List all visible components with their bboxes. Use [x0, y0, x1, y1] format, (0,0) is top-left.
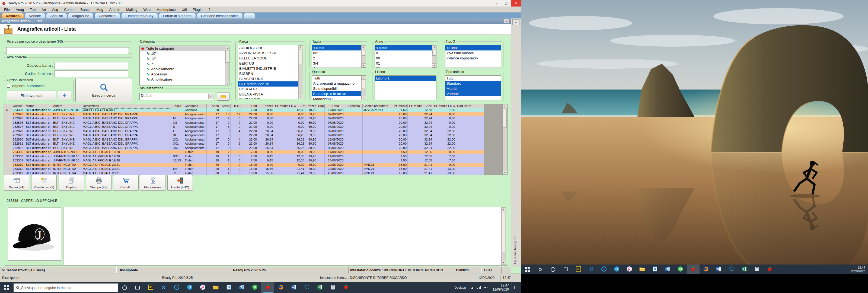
column-header-descrizione[interactable]: Descrizione: [82, 104, 172, 108]
tab-acquisti[interactable]: Acquisti: [46, 13, 67, 19]
taskbar-app-outlook-icon[interactable]: [661, 265, 674, 274]
taskbar-app-itunes-icon[interactable]: [623, 265, 636, 274]
taskbar-app-whatsapp-icon[interactable]: [248, 282, 261, 293]
scroll-down-button[interactable]: ▼: [362, 96, 366, 100]
taskbar-app-file-explorer-icon[interactable]: [636, 265, 649, 274]
table-row[interactable]: 283310BLT distribution srlINTER NEUTRAMA…: [3, 163, 507, 167]
toolbar-button-stampa-f9-[interactable]: Stampa (F9): [86, 175, 112, 191]
column-header-b-o-[interactable]: B.O.: [230, 104, 241, 108]
cortana-button-right[interactable]: [547, 265, 559, 274]
column-header-data[interactable]: Data: [325, 104, 347, 108]
list-item[interactable]: Accessori: [146, 71, 229, 77]
scroll-up-button[interactable]: ▲: [299, 45, 303, 49]
list-item[interactable]: <Tutti>: [445, 45, 501, 51]
list-item[interactable]: Tutti: [445, 76, 501, 81]
column-header-etichetta[interactable]: Etichetta: [347, 104, 363, 108]
taskbar-app-remote-desktop-icon[interactable]: [585, 265, 597, 274]
list-item[interactable]: Solo disp. o in arrivo: [312, 91, 366, 96]
menu-item-file[interactable]: File: [1, 8, 13, 12]
scroll-thumb[interactable]: [225, 50, 229, 63]
scroll-up-button[interactable]: ▲: [503, 104, 507, 108]
list-item[interactable]: 7": [146, 61, 229, 66]
list-item[interactable]: 2: [312, 56, 366, 61]
notification-center-button[interactable]: [512, 282, 521, 293]
list-item[interactable]: <Tutti>: [312, 45, 366, 51]
column-header-prezzo[interactable]: Prezzo: [258, 104, 274, 108]
table-vertical-scrollbar[interactable]: ▲▼: [502, 104, 507, 175]
column-header-codice[interactable]: Codice: [12, 104, 25, 108]
tab-magazzino[interactable]: Magazzino: [68, 13, 94, 19]
maximize-button[interactable]: ❏: [501, 0, 511, 6]
scrollbar[interactable]: ▲▼: [432, 45, 436, 67]
list-item[interactable]: 10": [146, 51, 229, 56]
column-header-stock[interactable]: Stock: [220, 104, 230, 108]
quick-filter-button[interactable]: [58, 91, 71, 100]
toolbar-button-carrello[interactable]: Carrello: [113, 175, 138, 191]
list-item[interactable]: Matrici: [445, 86, 501, 91]
scroll-thumb[interactable]: [503, 109, 507, 127]
taskbar-app-whatsapp-icon[interactable]: [674, 265, 687, 274]
taskbar-search-box[interactable]: Scrivi qui per eseguire la ricerca: [13, 284, 118, 292]
tab-gestione-messaggistica[interactable]: Gestione messaggistica: [197, 13, 243, 19]
list-item[interactable]: 0/2: [312, 51, 366, 56]
taskbar-app-app-window-icon[interactable]: [572, 265, 585, 274]
taskbar-app-docs-icon[interactable]: D: [649, 265, 661, 274]
list-item[interactable]: AUDIOGLOBE: [238, 45, 303, 51]
cortana-button[interactable]: [118, 282, 131, 293]
menu-item-anag[interactable]: Anag: [13, 8, 27, 12]
task-view-button[interactable]: [131, 282, 144, 293]
taskbar-app-file-explorer-icon[interactable]: [209, 282, 222, 293]
list-item[interactable]: BERTUS: [238, 61, 303, 66]
list-item[interactable]: AZZURRA MUSIC SRL: [238, 51, 303, 56]
column-header-pr-medio-fifo-22-[interactable]: Pr. medio FIFO + 22%: [274, 104, 305, 108]
list-item[interactable]: BURIAN SRL: [238, 97, 303, 99]
table-row[interactable]: 282875BLT distribution srlBLT - SKYLINEM…: [3, 116, 507, 121]
toolbar-button-nuovo-f4-[interactable]: Nuovo (F4): [4, 175, 29, 191]
taskbar-app-readypro-alt-icon[interactable]: [339, 282, 352, 293]
list-item[interactable]: BIGBEN: [238, 71, 303, 76]
column-header-taglia[interactable]: Taglia: [172, 104, 184, 108]
scroll-down-button[interactable]: ▼: [503, 171, 507, 175]
toolbar-button-elaborazioni[interactable]: Elaborazioni: [140, 175, 165, 191]
scroll-down-button[interactable]: ▼: [362, 63, 366, 67]
taskbar-app-internet-explorer-icon[interactable]: e: [170, 282, 183, 293]
table-row[interactable]: 283306BLT distribution srlJUVENTUS NR 10…: [3, 150, 507, 154]
toolbar-button-visualizza-f2-[interactable]: Visualizza (F2): [31, 175, 57, 191]
menu-item-plugin[interactable]: Plugin: [190, 8, 206, 12]
task-view-button-right[interactable]: [559, 265, 572, 274]
tab-vendite[interactable]: Vendite: [25, 13, 45, 19]
advanced-filters-button[interactable]: Filtri avanzati: [7, 91, 56, 100]
scroll-up-button[interactable]: ▲: [362, 45, 366, 49]
taskbar-app-edge-icon[interactable]: [725, 265, 738, 274]
list-item[interactable]: 12": [146, 56, 229, 61]
table-row[interactable]: 283312BLT distribution srlINTER NEUTRAMA…: [3, 171, 507, 176]
menu-item-acq[interactable]: Acq: [49, 8, 61, 12]
scroll-thumb[interactable]: [362, 80, 365, 88]
menu-item-mailing[interactable]: Mailing: [123, 8, 140, 12]
scroll-thumb[interactable]: [432, 50, 436, 56]
chevron-up-icon[interactable]: ▲: [469, 282, 476, 293]
scrollbar[interactable]: ▲▼: [225, 46, 229, 85]
table-row[interactable]: 283309BLT distribution srlJUVENTUS NR 10…: [3, 158, 507, 163]
list-item[interactable]: <Valore impostato>: [445, 56, 501, 61]
chevron-down-icon[interactable]: ▼: [208, 94, 214, 99]
column-header-prezzo[interactable]: Prezzo: [305, 104, 317, 108]
taskbar-app-remote-desktop-icon[interactable]: [157, 282, 170, 293]
scroll-up-button[interactable]: ▲: [362, 76, 366, 80]
menu-item-web[interactable]: Web: [140, 8, 154, 12]
table-row[interactable]: 282881BLT distribution srlBLT - SKYLINEM…: [3, 142, 507, 146]
scroll-up-button[interactable]: ▲: [225, 46, 229, 50]
desktop-label[interactable]: Desktop: [455, 286, 466, 289]
list-item[interactable]: Magazzino 1: [312, 96, 366, 100]
scroll-thumb[interactable]: [299, 50, 303, 65]
close-button[interactable]: ✕: [511, 0, 521, 6]
mdi-close-button[interactable]: x: [504, 19, 509, 23]
taskbar-app-skype-icon[interactable]: S: [183, 282, 196, 293]
column-header-pr-medio[interactable]: Pr. medio: [393, 104, 408, 108]
scroll-down-button[interactable]: ▼: [299, 95, 303, 99]
menu-item-marketplace[interactable]: Marketplace: [154, 8, 179, 12]
tab-contabilita-[interactable]: Contabilita': [94, 13, 120, 19]
taskbar-app-excel-icon[interactable]: X: [313, 282, 326, 293]
barcode-input[interactable]: [55, 62, 128, 69]
column-header-pr-medio-fifo[interactable]: Pr. medio FIFO: [433, 104, 456, 108]
